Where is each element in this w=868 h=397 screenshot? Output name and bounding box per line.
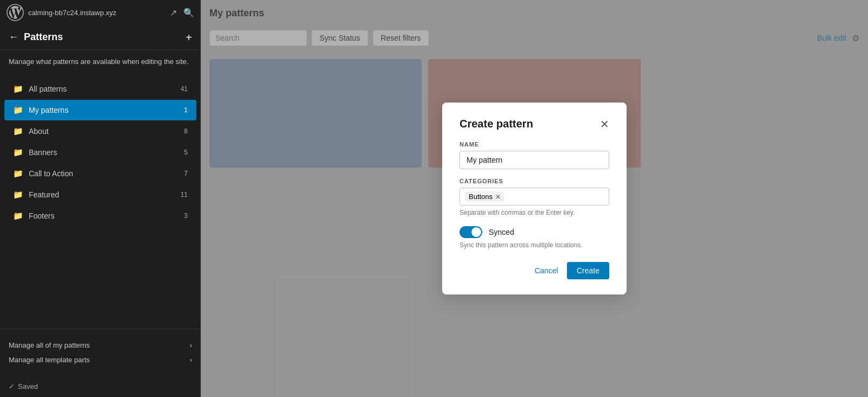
- modal-header: Create pattern ✕: [459, 118, 609, 130]
- sidebar-item-count: 41: [181, 85, 188, 93]
- categories-input[interactable]: Buttons ✕: [459, 188, 609, 206]
- manage-patterns-link[interactable]: Manage all of my patterns ›: [9, 338, 192, 353]
- sidebar-item-label: Footers: [29, 212, 184, 220]
- sidebar-item-count: 7: [184, 170, 188, 177]
- name-label: NAME: [459, 141, 609, 148]
- sidebar-description: Manage what patterns are available when …: [0, 50, 201, 74]
- sidebar-item-label: Call to Action: [29, 169, 184, 178]
- pattern-name-input[interactable]: [459, 151, 609, 169]
- sidebar-item-label: About: [29, 127, 184, 136]
- back-button[interactable]: ←: [9, 31, 18, 43]
- modal-close-button[interactable]: ✕: [600, 119, 609, 130]
- sidebar-item-count: 1: [184, 106, 188, 114]
- categories-label: CATEGORIES: [459, 178, 609, 184]
- category-tag-buttons: Buttons ✕: [465, 191, 504, 202]
- top-icons: ↗ 🔍: [170, 8, 194, 18]
- folder-icon: 📁: [13, 126, 23, 136]
- sidebar-title: Patterns: [24, 31, 186, 43]
- sidebar-item-count: 5: [184, 149, 188, 156]
- create-button[interactable]: Create: [567, 262, 609, 279]
- synced-label: Synced: [489, 228, 514, 236]
- manage-patterns-label: Manage all of my patterns: [9, 341, 90, 349]
- chevron-right-icon: ›: [190, 356, 192, 364]
- sidebar-item-all-patterns[interactable]: 📁 All patterns 41: [4, 79, 196, 99]
- main-content: My patterns 🔍 Sync Status Reset filters …: [201, 0, 868, 397]
- sidebar-item-call-to-action[interactable]: 📁 Call to Action 7: [4, 163, 196, 184]
- modal-title: Create pattern: [459, 118, 533, 130]
- add-pattern-button[interactable]: +: [186, 32, 192, 43]
- categories-hint: Separate with commas or the Enter key.: [459, 209, 609, 216]
- top-bar: calming-bb7c24.instawp.xyz ↗ 🔍: [0, 0, 201, 25]
- folder-icon: 📁: [13, 211, 23, 221]
- sidebar-nav: 📁 All patterns 41 📁 My patterns 1 📁 Abou…: [0, 74, 201, 329]
- sidebar-item-count: 3: [184, 212, 188, 220]
- sidebar-item-footers[interactable]: 📁 Footers 3: [4, 206, 196, 226]
- wordpress-logo[interactable]: [7, 4, 24, 21]
- folder-icon: 📁: [13, 169, 23, 178]
- tag-label: Buttons: [469, 193, 493, 201]
- folder-icon: 📁: [13, 190, 23, 200]
- synced-toggle-row: Synced: [459, 226, 609, 238]
- site-name: calming-bb7c24.instawp.xyz: [28, 9, 170, 17]
- sidebar-item-featured[interactable]: 📁 Featured 11: [4, 184, 196, 205]
- sync-hint: Sync this pattern across multiple locati…: [459, 241, 609, 249]
- folder-icon: 📁: [13, 105, 23, 115]
- folder-icon: 📁: [13, 84, 23, 94]
- search-icon[interactable]: 🔍: [183, 8, 194, 18]
- remove-tag-button[interactable]: ✕: [495, 194, 501, 200]
- sidebar-item-about[interactable]: 📁 About 8: [4, 121, 196, 142]
- saved-label: Saved: [18, 382, 38, 390]
- sidebar-links: Manage all of my patterns › Manage all t…: [0, 329, 201, 376]
- cancel-button[interactable]: Cancel: [532, 262, 560, 279]
- sidebar-item-banners[interactable]: 📁 Banners 5: [4, 142, 196, 163]
- external-link-icon[interactable]: ↗: [170, 8, 177, 18]
- sidebar-item-label: All patterns: [29, 85, 181, 93]
- synced-toggle[interactable]: [459, 226, 482, 238]
- sidebar-item-label: Featured: [29, 190, 181, 199]
- manage-templates-label: Manage all template parts: [9, 356, 90, 364]
- sidebar-item-label: Banners: [29, 148, 184, 157]
- folder-icon: 📁: [13, 148, 23, 157]
- sidebar-item-my-patterns[interactable]: 📁 My patterns 1: [4, 100, 196, 120]
- check-icon: ✓: [9, 382, 15, 390]
- modal-overlay: Create pattern ✕ NAME CATEGORIES Buttons…: [201, 0, 868, 397]
- sidebar-header: ← Patterns +: [0, 25, 201, 50]
- sidebar-item-label: My patterns: [29, 106, 184, 114]
- modal-actions: Cancel Create: [459, 262, 609, 279]
- sidebar-item-count: 8: [184, 127, 188, 135]
- sidebar-item-count: 11: [181, 191, 188, 198]
- sidebar: calming-bb7c24.instawp.xyz ↗ 🔍 ← Pattern…: [0, 0, 201, 397]
- create-pattern-modal: Create pattern ✕ NAME CATEGORIES Buttons…: [442, 103, 627, 294]
- manage-templates-link[interactable]: Manage all template parts ›: [9, 353, 192, 367]
- chevron-right-icon: ›: [190, 341, 192, 349]
- sidebar-footer: ✓ Saved: [0, 376, 201, 397]
